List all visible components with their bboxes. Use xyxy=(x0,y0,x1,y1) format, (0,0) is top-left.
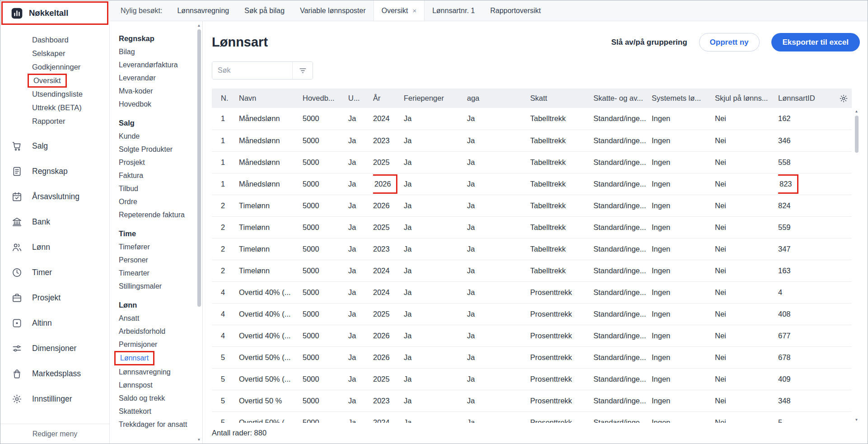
submenu-item-ansatt[interactable]: Ansatt xyxy=(119,312,191,325)
table-row[interactable]: 2Timelønn5000Ja2024JaJaTabelltrekkStanda… xyxy=(212,260,852,281)
submenu-item-tilbud[interactable]: Tilbud xyxy=(119,182,191,195)
submenu-item-bilag[interactable]: Bilag xyxy=(119,45,191,58)
submenu-item-ordre[interactable]: Ordre xyxy=(119,195,191,208)
sidebar-item-godkjenninger[interactable]: Godkjenninger xyxy=(0,60,109,74)
tab-rapportoversikt[interactable]: Rapportoversikt xyxy=(482,0,548,21)
column-header-skatt[interactable]: Skatt xyxy=(530,89,593,108)
table-cell: 2025 xyxy=(373,216,404,238)
submenu-item-timearter[interactable]: Timearter xyxy=(119,266,191,280)
sidebar-item-salg[interactable]: Salg xyxy=(0,133,109,159)
table-row[interactable]: 5Overtid 50% (...5000Ja2025JaJaProsenttr… xyxy=(212,368,852,390)
table-row[interactable]: 1Månedslønn5000Ja2024JaJaTabelltrekkStan… xyxy=(212,108,852,130)
scroll-up-icon[interactable]: ▲ xyxy=(197,22,201,28)
table-row[interactable]: 2Timelønn5000Ja2026JaJaTabelltrekkStanda… xyxy=(212,195,852,216)
scroll-up-icon[interactable]: ▲ xyxy=(855,108,859,114)
submenu-item-personer[interactable]: Personer xyxy=(119,253,191,266)
table-scrollbar[interactable]: ▲ ▼ xyxy=(853,108,860,423)
submenu-scrollbar[interactable]: ▲ ▼ xyxy=(196,22,202,443)
table-cell: Tabelltrekk xyxy=(530,151,593,173)
create-new-button[interactable]: Opprett ny xyxy=(699,33,760,51)
toggle-grouping-button[interactable]: Slå av/på gruppering xyxy=(611,38,687,47)
submenu-item-timeforer[interactable]: Timefører xyxy=(119,240,191,253)
submenu-item-lonnsart[interactable]: Lønnsart xyxy=(119,351,191,365)
submenu-item-permisjoner[interactable]: Permisjoner xyxy=(119,338,191,351)
table-row[interactable]: 5Overtid 50% (...5000Ja2024JaJaProsenttr… xyxy=(212,411,852,423)
submenu-item-lonnspost[interactable]: Lønnspost xyxy=(119,379,191,392)
submenu-item-arbeidsforhold[interactable]: Arbeidsforhold xyxy=(119,325,191,338)
column-header-feriepenger[interactable]: Feriepenger xyxy=(404,89,467,108)
submenu-item-leverandor[interactable]: Leverandør xyxy=(119,71,191,84)
submenu-item-prosjekt[interactable]: Prosjekt xyxy=(119,156,191,169)
scroll-down-icon[interactable]: ▼ xyxy=(197,436,201,443)
sidebar-item-innstillinger[interactable]: Innstillinger xyxy=(0,386,109,411)
table-cell: Ingen xyxy=(652,368,715,390)
submenu-item-solgte-produkter[interactable]: Solgte Produkter xyxy=(119,143,191,156)
sidebar-item-timer[interactable]: Timer xyxy=(0,260,109,285)
edit-menu-button[interactable]: Rediger meny xyxy=(0,424,109,444)
filter-button[interactable] xyxy=(292,62,313,79)
table-row[interactable]: 4Overtid 40% (...5000Ja2026JaJaProsenttr… xyxy=(212,325,852,346)
submenu-item-hovedbok[interactable]: Hovedbok xyxy=(119,98,191,111)
submenu-item-trekkdager-for-ansatt[interactable]: Trekkdager for ansatt xyxy=(119,418,191,431)
submenu-item-kunde[interactable]: Kunde xyxy=(119,130,191,143)
close-icon[interactable]: × xyxy=(412,7,416,14)
sidebar-item-regnskap[interactable]: Regnskap xyxy=(0,159,109,184)
tab-variable-lonnsposter[interactable]: Variable lønnsposter xyxy=(292,0,373,21)
column-header-u[interactable]: U... xyxy=(348,89,373,108)
table-cell: Ja xyxy=(467,325,530,346)
column-header-hovedb[interactable]: Hovedb... xyxy=(303,89,348,108)
sidebar-item-prosjekt[interactable]: Prosjekt xyxy=(0,285,109,310)
table-row[interactable]: 1Månedslønn5000Ja2023JaJaTabelltrekkStan… xyxy=(212,130,852,151)
sidebar-item-lonn[interactable]: Lønn xyxy=(0,234,109,260)
table-row[interactable]: 4Overtid 40% (...5000Ja2024JaJaProsenttr… xyxy=(212,281,852,303)
table-row[interactable]: 1Månedslønn5000Ja2026JaJaTabelltrekkStan… xyxy=(212,173,852,195)
column-header-systemets-lo[interactable]: Systemets lø... xyxy=(652,89,715,108)
sidebar-item-arsavslutning[interactable]: Årsavslutning xyxy=(0,184,109,209)
submenu-item-leverandorfaktura[interactable]: Leverandørfaktura xyxy=(119,58,191,71)
tab-lonnsartnr-1[interactable]: Lønnsartnr. 1 xyxy=(425,0,482,21)
table-row[interactable]: 2Timelønn5000Ja2025JaJaTabelltrekkStanda… xyxy=(212,216,852,238)
table-row[interactable]: 4Overtid 40% (...5000Ja2025JaJaProsenttr… xyxy=(212,303,852,325)
table-row[interactable]: 2Timelønn5000Ja2023JaJaTabelltrekkStanda… xyxy=(212,238,852,260)
submenu-item-repeterende-faktura[interactable]: Repeterende faktura xyxy=(119,208,191,221)
sidebar-item-selskaper[interactable]: Selskaper xyxy=(0,47,109,60)
tab-sok-pa-bilag[interactable]: Søk på bilag xyxy=(237,0,292,21)
submenu-item-stillingsmaler[interactable]: Stillingsmaler xyxy=(119,280,191,293)
column-header-navn[interactable]: Navn xyxy=(239,89,303,108)
submenu-item-saldo-og-trekk[interactable]: Saldo og trekk xyxy=(119,392,191,405)
column-header-lonnsartid[interactable]: LønnsartID xyxy=(778,89,826,108)
column-header-n[interactable]: N. xyxy=(212,89,239,108)
column-header-ar[interactable]: År xyxy=(373,89,404,108)
ledger-icon xyxy=(12,166,22,177)
table-cell: Nei xyxy=(715,260,778,281)
column-header-skatte-og-av[interactable]: Skatte- og av... xyxy=(593,89,652,108)
table-cell xyxy=(826,195,852,216)
table-row[interactable]: 5Overtid 50% (...5000Ja2026JaJaProsenttr… xyxy=(212,346,852,368)
column-header-skjul-pa-lonns[interactable]: Skjul på lønns... xyxy=(715,89,778,108)
column-header-aga[interactable]: aga xyxy=(467,89,530,108)
tab-lonnsavregning[interactable]: Lønnsavregning xyxy=(169,0,237,21)
sidebar-item-rapporter[interactable]: Rapporter xyxy=(0,114,109,128)
scroll-down-icon[interactable]: ▼ xyxy=(855,416,859,423)
sidebar-item-utsendingsliste[interactable]: Utsendingsliste xyxy=(0,87,109,101)
gear-icon[interactable] xyxy=(839,94,848,103)
sidebar-item-oversikt[interactable]: Oversikt xyxy=(0,74,109,87)
sidebar-item-dimensjoner[interactable]: Dimensjoner xyxy=(0,336,109,361)
sidebar-item-bank[interactable]: Bank xyxy=(0,209,109,234)
export-excel-button[interactable]: Eksporter til excel xyxy=(771,33,860,51)
search-input[interactable] xyxy=(212,62,292,79)
scrollbar-thumb[interactable] xyxy=(855,116,859,153)
submenu-item-skattekort[interactable]: Skattekort xyxy=(119,405,191,418)
sidebar-item-dashboard[interactable]: Dashboard xyxy=(0,33,109,47)
sidebar-item-uttrekk-beta[interactable]: Uttrekk (BETA) xyxy=(0,101,109,114)
scrollbar-thumb[interactable] xyxy=(197,29,201,307)
table-row[interactable]: 1Månedslønn5000Ja2025JaJaTabelltrekkStan… xyxy=(212,151,852,173)
sidebar-item-altinn[interactable]: Altinn xyxy=(0,310,109,336)
submenu-item-faktura[interactable]: Faktura xyxy=(119,169,191,182)
submenu-item-mva-koder[interactable]: Mva-koder xyxy=(119,84,191,98)
sidebar-item-nokkeltall[interactable]: Nøkkeltall xyxy=(1,1,108,25)
submenu-item-lonnsavregning[interactable]: Lønnsavregning xyxy=(119,365,191,379)
tab-oversikt[interactable]: Oversikt× xyxy=(373,0,425,21)
table-row[interactable]: 5Overtid 50 %5000Ja2023JaJaProsenttrekkS… xyxy=(212,390,852,411)
sidebar-item-markedsplass[interactable]: Markedsplass xyxy=(0,361,109,386)
